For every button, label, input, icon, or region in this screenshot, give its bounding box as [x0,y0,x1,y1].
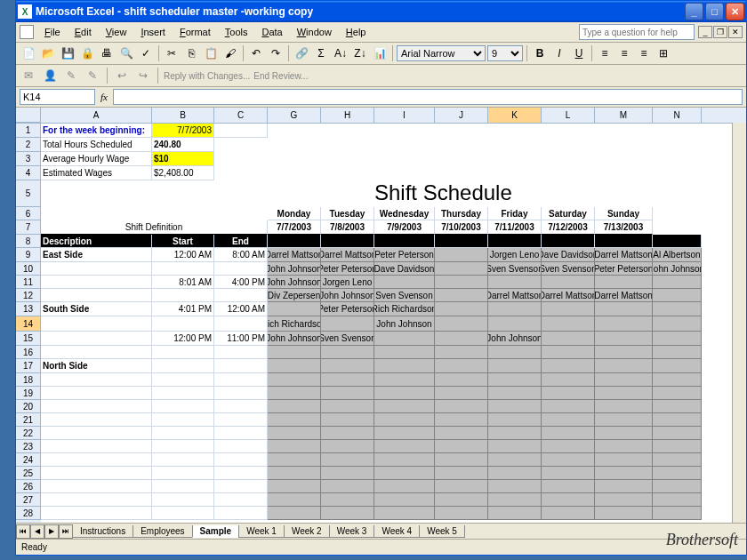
schedule-cell[interactable] [595,453,653,467]
column-header-A[interactable]: A [41,108,152,123]
cell[interactable] [435,235,488,248]
cut-button[interactable]: ✂ [163,44,181,62]
new-button[interactable]: 📄 [20,44,37,62]
sheet-tab-week-4[interactable]: Week 4 [374,525,420,538]
schedule-cell[interactable] [268,467,321,480]
desc-header[interactable]: Description [41,235,152,248]
schedule-cell[interactable] [374,493,435,507]
schedule-cell[interactable]: Peter Peterson [321,302,374,316]
align-right-button[interactable]: ≡ [635,44,653,62]
schedule-cell[interactable]: Darrel Mattson [321,248,374,262]
shift-definition-header[interactable]: Shift Definition [41,220,268,235]
schedule-cell[interactable] [542,493,595,507]
schedule-cell[interactable] [653,493,702,507]
merge-button[interactable]: ⊞ [655,44,672,62]
section-label[interactable]: North Side [41,359,152,373]
row-header-16[interactable]: 16 [16,346,41,359]
schedule-cell[interactable] [374,387,435,400]
redo-button[interactable]: ↷ [267,44,285,62]
schedule-cell[interactable] [653,346,702,359]
cell[interactable] [653,235,702,248]
day-header[interactable]: Saturday [542,207,595,220]
schedule-cell[interactable] [321,507,374,520]
schedule-cell[interactable] [653,332,702,346]
schedule-cell[interactable] [374,440,435,453]
schedule-cell[interactable]: Peter Peterson [595,262,653,276]
schedule-cell[interactable] [488,467,542,480]
schedule-cell[interactable] [653,289,702,302]
total-hours-label[interactable]: Total Hours Scheduled [41,138,152,152]
schedule-cell[interactable] [542,359,595,373]
schedule-cell[interactable] [595,346,653,359]
review-btn3[interactable]: ✎ [62,67,80,84]
menu-window[interactable]: Window [290,25,339,39]
schedule-cell[interactable] [595,400,653,413]
schedule-cell[interactable] [488,480,542,493]
sheet-tab-week-2[interactable]: Week 2 [284,525,330,538]
schedule-cell[interactable] [374,427,435,440]
schedule-cell[interactable] [595,387,653,400]
row-header-8[interactable]: 8 [16,235,41,248]
schedule-cell[interactable] [653,276,702,289]
sheet-tab-sample[interactable]: Sample [192,525,240,538]
shift-start[interactable] [152,480,214,493]
schedule-cell[interactable] [435,493,488,507]
vertical-scrollbar[interactable] [732,124,746,523]
end-review[interactable]: End Review... [253,71,308,81]
schedule-cell[interactable] [595,427,653,440]
row-header-20[interactable]: 20 [16,400,41,413]
section-label[interactable] [41,427,152,440]
date-header[interactable]: 7/8/2003 [321,220,374,235]
schedule-cell[interactable] [374,453,435,467]
schedule-cell[interactable] [321,427,374,440]
section-label[interactable] [41,373,152,387]
section-label[interactable]: South Side [41,302,152,316]
schedule-cell[interactable] [488,493,542,507]
row-header-1[interactable]: 1 [16,124,41,138]
section-label[interactable] [41,262,152,276]
sheet-tab-week-3[interactable]: Week 3 [329,525,375,538]
menu-data[interactable]: Data [254,25,289,39]
print-button[interactable]: 🖶 [98,44,116,62]
schedule-cell[interactable] [653,302,702,316]
doc-restore-button[interactable]: ❐ [713,26,727,38]
schedule-cell[interactable] [268,413,321,427]
row-header-22[interactable]: 22 [16,427,41,440]
day-header[interactable]: Friday [488,207,542,220]
print-preview-button[interactable]: 🔍 [117,44,135,62]
schedule-cell[interactable] [595,480,653,493]
schedule-cell[interactable] [595,373,653,387]
schedule-cell[interactable] [321,453,374,467]
permission-button[interactable]: 🔒 [78,44,96,62]
shift-end[interactable] [214,262,268,276]
week-beginning-value[interactable]: 7/7/2003 [152,124,214,138]
schedule-cell[interactable] [321,480,374,493]
schedule-cell[interactable] [542,316,595,332]
cell[interactable] [542,235,595,248]
schedule-cell[interactable]: Dave Davidson [542,248,595,262]
menu-edit[interactable]: Edit [68,25,99,39]
row-header-27[interactable]: 27 [16,493,41,507]
schedule-cell[interactable]: Al Albertson [653,248,702,262]
row-header-24[interactable]: 24 [16,453,41,467]
est-wages-value[interactable]: $2,408.00 [152,166,214,180]
schedule-cell[interactable]: John Johnson [374,316,435,332]
shift-start[interactable] [152,346,214,359]
schedule-cell[interactable] [268,453,321,467]
schedule-cell[interactable] [488,373,542,387]
schedule-cell[interactable] [435,507,488,520]
shift-start[interactable] [152,373,214,387]
shift-end[interactable]: 11:00 PM [214,332,268,346]
row-header-5[interactable]: 5 [16,180,41,207]
schedule-cell[interactable] [488,346,542,359]
schedule-cell[interactable] [374,359,435,373]
schedule-cell[interactable] [321,400,374,413]
shift-start[interactable] [152,316,214,332]
schedule-cell[interactable] [268,302,321,316]
sheet-tab-week-1[interactable]: Week 1 [238,525,285,538]
schedule-cell[interactable]: Rich Richardson [374,302,435,316]
schedule-cell[interactable] [653,387,702,400]
schedule-cell[interactable] [435,332,488,346]
schedule-cell[interactable]: Sven Svenson [374,289,435,302]
schedule-cell[interactable]: Jorgen Leno [321,276,374,289]
